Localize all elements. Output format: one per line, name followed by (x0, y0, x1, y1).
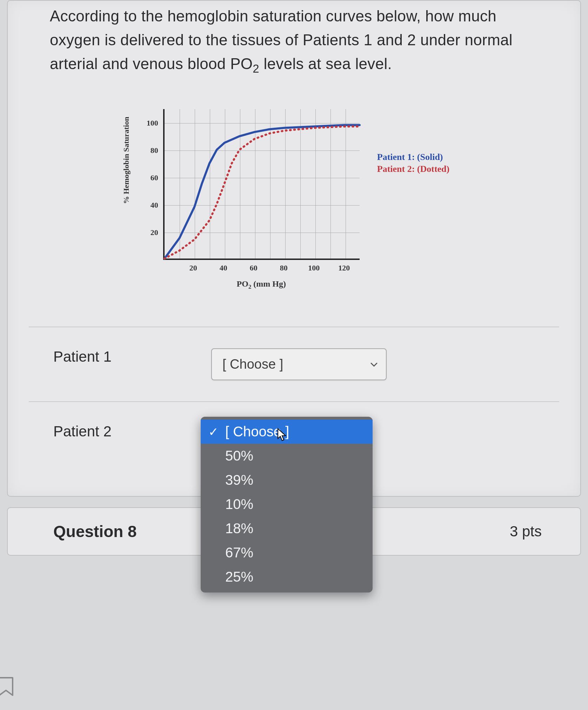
chart: % Hemoglobin Saturation 100 80 60 40 20 (139, 109, 363, 295)
y-tick: 40 (151, 201, 158, 210)
patient2-select-dropdown[interactable]: ✓ [ Choose ] 50% 39% 10% 18% 67% 25% (201, 417, 373, 592)
y-tick: 80 (151, 146, 158, 155)
x-tick: 20 (189, 263, 197, 273)
dropdown-option-label: 25% (225, 569, 253, 584)
y-tick: 20 (151, 228, 158, 237)
x-tick: 80 (280, 263, 288, 273)
answer-row-patient2: Patient 2 ✓ [ Choose ] 50% 39% 10% 18% 6… (8, 402, 580, 440)
dropdown-option-label: 39% (225, 472, 253, 488)
plot-area (163, 109, 360, 260)
chart-legend: Patient 1: (Solid) Patient 2: (Dotted) (377, 151, 450, 175)
question-card: According to the hemoglobin saturation c… (7, 0, 581, 497)
x-tick: 60 (250, 263, 258, 273)
y-tick: 60 (151, 173, 158, 182)
y-tick: 100 (147, 119, 158, 128)
chart-svg (165, 109, 360, 259)
dropdown-option-label: 10% (225, 496, 253, 512)
dropdown-option-label: 67% (225, 545, 253, 560)
y-axis-ticks: 100 80 60 40 20 (141, 109, 158, 260)
dropdown-option-label: 18% (225, 521, 253, 536)
patient1-label: Patient 1 (53, 348, 180, 365)
patient1-select[interactable]: [ Choose ] (211, 348, 387, 380)
patient2-label: Patient 2 (53, 423, 180, 440)
dropdown-option[interactable]: 25% (201, 565, 373, 589)
answer-row-patient1: Patient 1 [ Choose ] (8, 327, 580, 401)
x-tick: 40 (220, 263, 227, 273)
x-axis-label: PO2 (mm Hg) (163, 279, 360, 290)
dropdown-option[interactable]: 67% (201, 541, 373, 565)
bookmark-outline-icon[interactable] (0, 676, 15, 697)
question-text-post: levels at sea level. (259, 55, 392, 72)
question-sub: 2 (253, 62, 259, 75)
question-number: Question 8 (53, 522, 137, 541)
x-label-pre: PO (237, 279, 248, 288)
patient2-curve (165, 127, 360, 259)
dropdown-option[interactable]: 18% (201, 516, 373, 541)
check-icon: ✓ (208, 425, 218, 439)
chevron-down-icon (370, 357, 378, 372)
legend-patient2: Patient 2: (Dotted) (377, 163, 450, 175)
y-axis-label: % Hemoglobin Saturation (122, 117, 131, 204)
question-points: 3 pts (510, 523, 542, 540)
x-tick: 120 (338, 263, 350, 273)
x-label-post: (mm Hg) (251, 279, 286, 288)
chart-area: % Hemoglobin Saturation 100 80 60 40 20 (8, 92, 580, 327)
dropdown-option[interactable]: 39% (201, 468, 373, 492)
dropdown-option-label: [ Choose ] (225, 424, 289, 439)
question-text: According to the hemoglobin saturation c… (8, 4, 580, 92)
legend-patient1: Patient 1: (Solid) (377, 151, 450, 163)
dropdown-option-label: 50% (225, 448, 253, 463)
dropdown-option[interactable]: 50% (201, 444, 373, 468)
dropdown-option[interactable]: 10% (201, 492, 373, 516)
x-tick: 100 (308, 263, 320, 273)
dropdown-option-choose[interactable]: ✓ [ Choose ] (201, 420, 373, 444)
patient1-select-value: [ Choose ] (222, 357, 283, 371)
patient1-curve (165, 125, 360, 259)
